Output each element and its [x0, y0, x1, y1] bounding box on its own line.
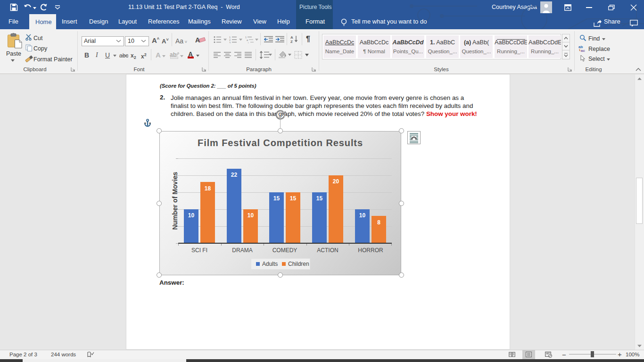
svg-text:3: 3 [229, 41, 231, 44]
svg-text:A: A [290, 35, 293, 40]
svg-text:i: i [248, 41, 248, 44]
svg-text:ac: ac [581, 49, 585, 52]
svg-text:Z: Z [290, 40, 293, 43]
